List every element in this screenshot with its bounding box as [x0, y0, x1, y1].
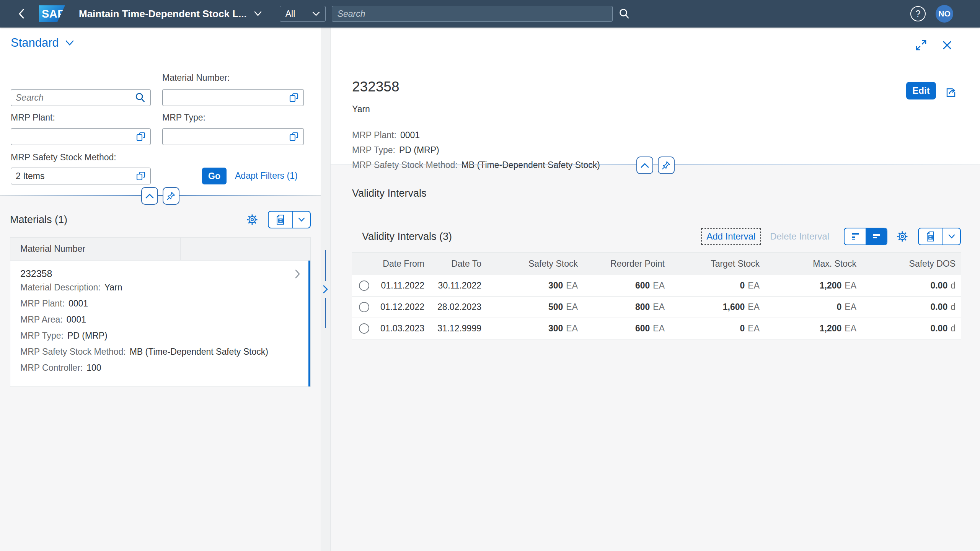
- material-number-column-header: Material Number: [10, 244, 85, 254]
- shell-search-input[interactable]: [338, 9, 607, 19]
- material-prop: MRP Area:0001: [20, 311, 300, 328]
- collapse-header-button[interactable]: [636, 156, 653, 174]
- date-to-cell: 28.02.2023: [430, 302, 487, 312]
- material-number-field: [162, 89, 304, 106]
- variant-selector[interactable]: Standard: [11, 36, 74, 50]
- shell-search-field: [332, 6, 613, 22]
- max-stock-cell: 1,200EA: [765, 280, 862, 291]
- mrp-ssm-input[interactable]: [16, 171, 136, 181]
- value-help-icon[interactable]: [289, 132, 299, 142]
- avatar-initials: NO: [938, 9, 951, 18]
- app-title[interactable]: Maintain Time-Dependent Stock L...: [79, 8, 247, 20]
- add-interval-button[interactable]: Add Interval: [702, 229, 760, 244]
- material-list-item[interactable]: 232358 Material Description:Yarn MRP Pla…: [10, 261, 310, 386]
- show-details-toggle[interactable]: [845, 228, 866, 245]
- chevron-up-icon: [641, 163, 649, 168]
- master-list-panel: Standard Material Number: MRP Plant: MRP…: [0, 28, 321, 551]
- adapt-filters-button[interactable]: Adapt Filters (1): [235, 171, 298, 181]
- column-header: Date From: [376, 259, 430, 269]
- validity-settings-button[interactable]: [895, 229, 910, 244]
- expand-panel-chevron-icon[interactable]: [323, 285, 329, 294]
- material-prop: Material Description:Yarn: [20, 279, 300, 295]
- column-header: Target Stock: [670, 259, 765, 269]
- export-button[interactable]: [919, 228, 943, 245]
- search-icon: [618, 8, 630, 20]
- row-select-radio[interactable]: [359, 280, 369, 291]
- max-stock-cell: 0EA: [765, 302, 862, 312]
- value-help-icon[interactable]: [136, 132, 146, 142]
- object-prop: MRP Type:PD (MRP): [352, 143, 600, 158]
- chevron-down-icon: [65, 40, 74, 46]
- column-header: Reorder Point: [583, 259, 670, 269]
- pin-icon: [166, 191, 176, 201]
- panel-splitter[interactable]: [321, 28, 331, 551]
- gear-icon: [246, 214, 258, 225]
- search-scope-value: All: [285, 9, 312, 19]
- interval-row[interactable]: 01.11.2022 30.11.2022 300EA 600EA 0EA 1,…: [352, 275, 961, 297]
- mrp-plant-input[interactable]: [16, 132, 136, 142]
- safety-dos-cell: 0.00d: [862, 323, 961, 334]
- object-prop: MRP Plant:0001: [352, 128, 600, 143]
- export-menu-button[interactable]: [293, 212, 310, 228]
- column-header: Date To: [430, 259, 487, 269]
- hide-details-icon: [872, 232, 881, 241]
- user-avatar[interactable]: NO: [936, 5, 953, 23]
- interval-row[interactable]: 01.12.2022 28.02.2023 500EA 800EA 1,600E…: [352, 297, 961, 318]
- safety-dos-cell: 0.00d: [862, 302, 961, 312]
- search-scope-select[interactable]: All: [280, 6, 326, 22]
- shell-search-button[interactable]: [618, 8, 630, 20]
- chevron-down-icon: [312, 11, 320, 16]
- pin-header-button[interactable]: [658, 156, 675, 174]
- search-icon[interactable]: [134, 92, 146, 103]
- help-button[interactable]: ?: [910, 6, 926, 21]
- app-title-caret[interactable]: [254, 11, 262, 16]
- target-stock-cell: 1,600EA: [670, 302, 765, 312]
- row-select-radio[interactable]: [359, 302, 369, 312]
- hide-details-toggle[interactable]: [866, 228, 887, 245]
- materials-settings-button[interactable]: [245, 212, 259, 227]
- splitter-grip: [325, 250, 326, 281]
- chevron-down-icon: [254, 11, 262, 16]
- safety-stock-cell: 500EA: [487, 302, 583, 312]
- material-prop: MRP Plant:0001: [20, 295, 300, 311]
- materials-section: Materials (1): [0, 196, 321, 551]
- object-subtitle: Yarn: [352, 104, 370, 114]
- go-button[interactable]: Go: [202, 168, 227, 184]
- validity-section-title: Validity Intervals: [352, 187, 980, 199]
- filter-search-input[interactable]: [16, 93, 134, 103]
- safety-stock-cell: 300EA: [487, 280, 583, 291]
- export-menu-button[interactable]: [943, 228, 960, 245]
- export-button[interactable]: [269, 212, 293, 228]
- share-button[interactable]: [943, 85, 958, 99]
- main-area: Standard Material Number: MRP Plant: MRP…: [0, 28, 980, 551]
- row-select-radio[interactable]: [359, 323, 369, 334]
- object-page-content: Validity Intervals Validity Intervals (3…: [331, 165, 980, 551]
- close-detail-button[interactable]: [940, 37, 954, 53]
- delete-interval-button[interactable]: Delete Interval: [765, 229, 834, 244]
- selected-row-indicator: [308, 261, 310, 386]
- question-mark-icon: ?: [915, 8, 920, 19]
- edit-button[interactable]: Edit: [906, 82, 936, 99]
- filter-search-field: [11, 89, 151, 106]
- chevron-left-icon: [17, 8, 26, 20]
- mrp-plant-label: MRP Plant:: [11, 112, 55, 123]
- safety-stock-cell: 300EA: [487, 323, 583, 334]
- export-spreadsheet-icon: [275, 214, 286, 225]
- max-stock-cell: 1,200EA: [765, 323, 862, 334]
- value-help-icon[interactable]: [136, 171, 146, 181]
- value-help-icon[interactable]: [289, 93, 299, 103]
- column-header: Safety Stock: [487, 259, 583, 269]
- collapse-header-button[interactable]: [141, 187, 158, 205]
- back-button[interactable]: [14, 5, 29, 22]
- material-number-input[interactable]: [167, 93, 289, 103]
- materials-table: Material Number 232358 Material Descript…: [10, 237, 311, 387]
- mrp-type-input[interactable]: [167, 132, 289, 142]
- validity-table-title: Validity Intervals (3): [362, 231, 452, 243]
- column-separator: [180, 238, 181, 260]
- enter-fullscreen-button[interactable]: [913, 37, 929, 53]
- reorder-point-cell: 600EA: [583, 280, 670, 291]
- interval-row[interactable]: 01.03.2023 31.12.9999 300EA 600EA 0EA 1,…: [352, 318, 961, 339]
- mrp-plant-field: [11, 128, 151, 145]
- sap-logo[interactable]: SAP: [39, 5, 65, 22]
- pin-header-button[interactable]: [163, 187, 179, 205]
